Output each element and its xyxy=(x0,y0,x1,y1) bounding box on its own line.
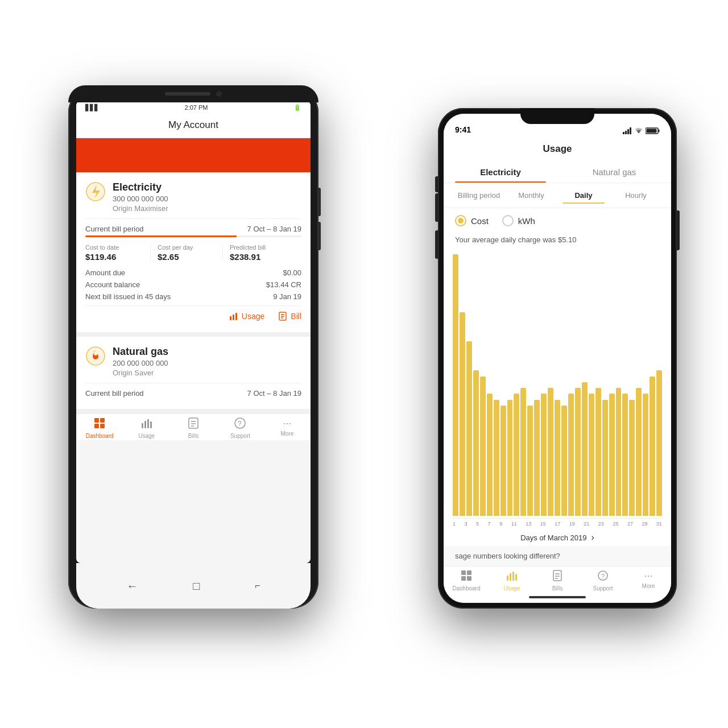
svg-rect-27 xyxy=(467,576,471,581)
chart-bar xyxy=(466,341,472,516)
gas-card: Natural gas 200 000 000 000 Origin Saver… xyxy=(76,337,311,409)
chart-bar xyxy=(500,406,506,516)
svg-rect-20 xyxy=(630,127,631,134)
chart-nav-label: Days of March 2019 xyxy=(520,533,586,542)
chart-labels: 1 3 5 7 9 11 13 15 17 19 21 23 25 27 29 … xyxy=(453,519,662,529)
chart-bar xyxy=(609,394,615,516)
iphone-time: 9:41 xyxy=(455,125,471,134)
bill-button[interactable]: Bill xyxy=(278,312,301,321)
chart-bars xyxy=(453,254,662,519)
chart-nav[interactable]: Days of March 2019 › xyxy=(453,529,662,546)
chart-bar xyxy=(473,370,479,516)
iphone-vol-up-button xyxy=(435,193,438,222)
chart-bar xyxy=(650,377,655,516)
bills-nav-icon xyxy=(188,417,198,432)
electricity-header: Electricity 300 000 000 000 Origin Maxim… xyxy=(85,181,301,213)
chart-bar xyxy=(629,400,635,516)
iphone: 9:41 xyxy=(438,108,677,609)
chart-bar xyxy=(575,388,581,516)
android-status-bar: ▋▋▋ 2:07 PM 🔋 xyxy=(76,101,311,114)
flame-icon xyxy=(85,346,106,366)
radio-row: Cost kWh xyxy=(444,208,671,233)
svg-rect-26 xyxy=(461,576,466,581)
kwh-option[interactable]: kWh xyxy=(502,215,535,226)
iphone-nav-dashboard[interactable]: Dashboard xyxy=(444,570,489,592)
nav-support[interactable]: ? Support xyxy=(217,417,263,439)
android-vol-up-button xyxy=(318,188,321,216)
predicted-bill-label: Predicted bill xyxy=(230,244,288,251)
android-bottom-nav: Dashboard Usage xyxy=(76,413,311,440)
account-balance-value: $13.44 CR xyxy=(266,280,301,289)
iphone-nav-more[interactable]: ··· More xyxy=(626,570,671,592)
amount-due-value: $0.00 xyxy=(283,268,301,277)
chart-nav-arrow: › xyxy=(592,532,594,543)
svg-rect-1 xyxy=(230,316,231,320)
svg-rect-12 xyxy=(147,419,149,428)
svg-text:?: ? xyxy=(238,420,242,428)
iphone-vol-down-button xyxy=(435,230,438,259)
gas-info: Natural gas 200 000 000 000 Origin Saver xyxy=(113,346,168,377)
iphone-screen: 9:41 xyxy=(444,114,671,603)
svg-text:?: ? xyxy=(601,573,605,580)
android-screen: ▋▋▋ 2:07 PM 🔋 My Account xyxy=(76,101,311,563)
home-button[interactable]: □ xyxy=(193,580,200,593)
tab-billing-period[interactable]: Billing period xyxy=(453,188,505,203)
dashboard-icon xyxy=(94,417,105,432)
svg-rect-22 xyxy=(659,130,660,133)
wifi-icon xyxy=(634,127,643,134)
tab-electricity[interactable]: Electricity xyxy=(444,162,557,183)
next-bill-value: 9 Jan 19 xyxy=(273,292,301,301)
cost-radio-circle xyxy=(455,215,466,226)
iphone-header: Usage xyxy=(444,139,671,162)
tab-daily[interactable]: Daily xyxy=(557,188,610,203)
gas-title: Natural gas xyxy=(113,346,168,358)
amount-due-row: Amount due $0.00 xyxy=(85,268,301,277)
usage-button[interactable]: Usage xyxy=(229,312,264,321)
nav-usage[interactable]: Usage xyxy=(123,417,169,439)
chart-bar xyxy=(548,388,553,516)
home-bar xyxy=(529,596,586,598)
recents-button[interactable]: ⌐ xyxy=(255,581,260,591)
iphone-usage-icon xyxy=(506,570,518,584)
predicted-bill: Predicted bill $238.91 xyxy=(230,244,295,262)
cost-per-day-value: $2.65 xyxy=(158,252,216,262)
svg-rect-7 xyxy=(100,418,105,423)
iphone-nav-usage[interactable]: Usage xyxy=(489,570,535,592)
nav-more[interactable]: ··· More xyxy=(264,417,311,439)
chart-bar xyxy=(494,400,499,516)
back-button[interactable]: ← xyxy=(126,580,138,593)
usage-note: sage numbers looking different? xyxy=(444,546,671,566)
cost-to-date-label: Cost to date xyxy=(85,244,143,251)
chart-bar xyxy=(507,400,513,516)
svg-rect-32 xyxy=(553,570,561,581)
iphone-nav-support[interactable]: ? Support xyxy=(580,570,626,592)
electricity-title: Electricity xyxy=(113,181,168,193)
svg-rect-10 xyxy=(142,423,143,428)
battery-icon xyxy=(646,127,660,134)
gas-account-number: 200 000 000 000 xyxy=(113,359,168,367)
nav-bills[interactable]: Bills xyxy=(170,417,217,439)
cost-to-date: Cost to date $119.46 xyxy=(85,244,151,262)
tab-hourly[interactable]: Hourly xyxy=(610,188,662,203)
android-header: My Account xyxy=(76,114,311,138)
cost-to-date-value: $119.46 xyxy=(85,252,143,262)
nav-dashboard[interactable]: Dashboard xyxy=(76,417,123,439)
cost-option[interactable]: Cost xyxy=(455,215,489,226)
svg-rect-13 xyxy=(150,421,152,428)
iphone-header-title: Usage xyxy=(543,143,572,154)
tab-natural-gas[interactable]: Natural gas xyxy=(557,162,671,183)
chart-bar xyxy=(595,388,601,516)
android-scroll[interactable]: Electricity 300 000 000 000 Origin Maxim… xyxy=(76,172,311,413)
android-camera xyxy=(216,91,222,97)
svg-rect-19 xyxy=(627,129,629,134)
android-vol-down-button xyxy=(318,222,321,250)
chart-bar xyxy=(561,406,567,516)
svg-rect-18 xyxy=(625,131,627,134)
bill-period-label: Current bill period xyxy=(85,225,144,233)
tab-monthly[interactable]: Monthly xyxy=(505,188,557,203)
iphone-mute-button xyxy=(435,176,438,192)
iphone-nav-bills[interactable]: Bills xyxy=(535,570,580,592)
chart-bar xyxy=(656,370,662,516)
cost-per-day: Cost per day $2.65 xyxy=(158,244,223,262)
chart-bar xyxy=(460,312,465,516)
